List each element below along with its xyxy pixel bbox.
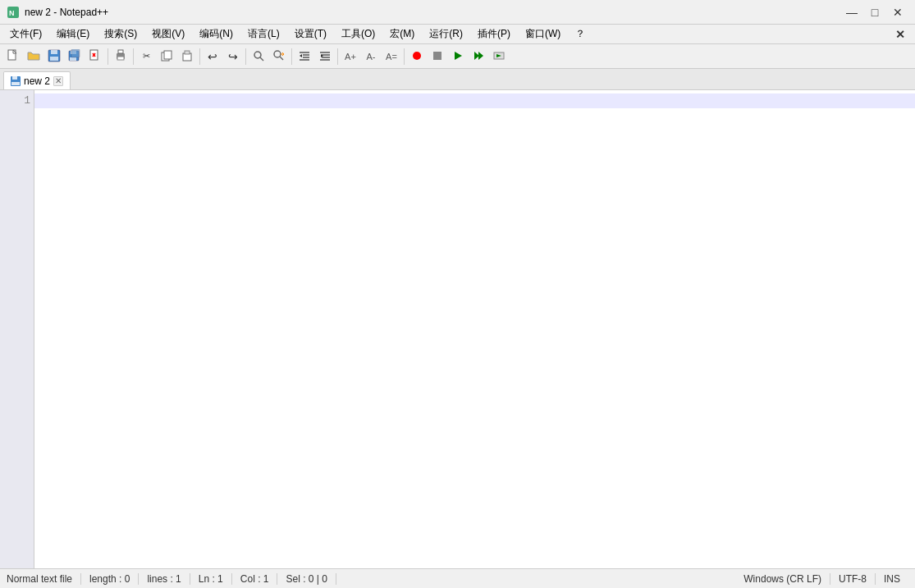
svg-rect-16 bbox=[117, 57, 124, 60]
toolbar-paste-button[interactable] bbox=[177, 47, 197, 66]
line-numbers: 1 bbox=[0, 90, 34, 568]
toolbar-cut-button[interactable]: ✂ bbox=[136, 47, 156, 66]
menu-plugins[interactable]: 插件(P) bbox=[471, 25, 517, 43]
menu-edit[interactable]: 编辑(E) bbox=[50, 25, 96, 43]
main-area: 1 bbox=[0, 90, 915, 568]
toolbar-macro-record-button[interactable] bbox=[407, 47, 427, 66]
toolbar-macro-playall-button[interactable] bbox=[469, 47, 488, 66]
status-mode: INS bbox=[876, 573, 908, 585]
svg-rect-20 bbox=[185, 51, 190, 54]
redo-icon: ↪ bbox=[228, 50, 238, 63]
toolbar-find-button[interactable] bbox=[249, 47, 268, 66]
title-bar: N new 2 - Notepad++ — □ ✕ bbox=[0, 0, 915, 25]
paste-icon bbox=[181, 50, 193, 63]
toolbar: ✂ ↩ ↪ bbox=[0, 44, 915, 69]
toolbar-zoom-reset-button[interactable]: A= bbox=[382, 47, 401, 66]
svg-line-24 bbox=[280, 57, 283, 60]
print-icon bbox=[114, 49, 127, 64]
menu-encoding[interactable]: 编码(N) bbox=[193, 25, 240, 43]
toolbar-new-button[interactable] bbox=[3, 47, 23, 66]
status-filetype: Normal text file bbox=[7, 573, 81, 585]
toolbar-separator-7 bbox=[404, 48, 405, 65]
status-lines: lines : 1 bbox=[139, 573, 190, 585]
toolbar-zoom-in-button[interactable]: A+ bbox=[341, 47, 360, 66]
menu-settings[interactable]: 设置(T) bbox=[288, 25, 333, 43]
indent-left-icon bbox=[299, 51, 310, 62]
status-length: length : 0 bbox=[81, 573, 139, 585]
toolbar-separator-3 bbox=[199, 48, 200, 65]
menu-tools[interactable]: 工具(O) bbox=[335, 25, 382, 43]
findnext-icon bbox=[273, 50, 285, 63]
svg-rect-18 bbox=[164, 51, 172, 59]
toolbar-macro-play-button[interactable] bbox=[448, 47, 468, 66]
editor-textarea[interactable] bbox=[34, 90, 915, 568]
svg-marker-37 bbox=[478, 52, 483, 60]
svg-rect-34 bbox=[433, 52, 441, 60]
toolbar-zoom-out-button[interactable]: A- bbox=[361, 47, 381, 66]
menu-language[interactable]: 语言(L) bbox=[241, 25, 286, 43]
toolbar-separator-4 bbox=[245, 48, 246, 65]
toolbar-findnext-button[interactable] bbox=[269, 47, 289, 66]
toolbar-separator-1 bbox=[108, 48, 108, 65]
tab-label: new 2 bbox=[24, 75, 50, 87]
undo-icon: ↩ bbox=[208, 50, 217, 63]
status-ln: Ln : 1 bbox=[190, 573, 232, 585]
toolbar-open-button[interactable] bbox=[24, 47, 43, 66]
indent-right-icon bbox=[319, 51, 331, 62]
toolbar-close-button[interactable] bbox=[85, 47, 105, 66]
new-document-icon bbox=[7, 49, 20, 64]
toolbar-indentright-button[interactable] bbox=[315, 47, 335, 66]
tab-close-button[interactable]: ✕ bbox=[53, 76, 63, 86]
menu-file[interactable]: 文件(F) bbox=[3, 25, 48, 43]
play-all-icon bbox=[474, 51, 483, 62]
zoom-reset-icon: A= bbox=[386, 52, 397, 62]
window-title: new 2 - Notepad++ bbox=[25, 7, 108, 18]
menu-help[interactable]: ？ bbox=[569, 25, 592, 43]
status-col: Col : 1 bbox=[232, 573, 278, 585]
toolbar-indentleft-button[interactable] bbox=[295, 47, 314, 66]
close-document-icon bbox=[89, 49, 102, 64]
toolbar-separator-2 bbox=[133, 48, 134, 65]
svg-rect-41 bbox=[12, 76, 17, 80]
status-charset: UTF-8 bbox=[830, 573, 876, 585]
toolbar-macro-stop-button[interactable] bbox=[428, 47, 447, 66]
tab-save-icon bbox=[11, 76, 21, 86]
stop-icon bbox=[432, 51, 442, 62]
toolbar-separator-5 bbox=[291, 48, 292, 65]
svg-rect-6 bbox=[50, 57, 58, 61]
svg-point-23 bbox=[274, 51, 281, 57]
svg-point-21 bbox=[254, 52, 261, 58]
toolbar-save-button[interactable] bbox=[44, 47, 64, 66]
toolbar-saveall-button[interactable] bbox=[65, 47, 85, 66]
svg-rect-5 bbox=[51, 50, 57, 54]
menu-view[interactable]: 视图(V) bbox=[145, 25, 191, 43]
minimize-button[interactable]: — bbox=[841, 4, 862, 21]
save-all-icon bbox=[68, 49, 81, 64]
record-icon bbox=[412, 51, 422, 62]
menu-close-button[interactable]: ✕ bbox=[889, 28, 912, 41]
app-icon: N bbox=[7, 6, 20, 19]
toolbar-print-button[interactable] bbox=[111, 47, 130, 66]
title-controls: — □ ✕ bbox=[841, 4, 908, 21]
zoom-out-icon: A- bbox=[367, 52, 376, 62]
toolbar-undo-button[interactable]: ↩ bbox=[203, 47, 222, 66]
toolbar-redo-button[interactable]: ↪ bbox=[223, 47, 243, 66]
menu-window[interactable]: 窗口(W) bbox=[519, 25, 567, 43]
toolbar-macro-run-button[interactable] bbox=[489, 47, 509, 66]
svg-rect-15 bbox=[118, 50, 123, 53]
menu-search[interactable]: 搜索(S) bbox=[98, 25, 144, 43]
editor-area bbox=[34, 90, 915, 568]
play-icon bbox=[453, 51, 463, 62]
tab-new2[interactable]: new 2 ✕ bbox=[3, 71, 71, 89]
menu-run[interactable]: 运行(R) bbox=[423, 25, 469, 43]
status-bar: Normal text file length : 0 lines : 1 Ln… bbox=[0, 568, 915, 588]
menu-macro[interactable]: 宏(M) bbox=[383, 25, 421, 43]
svg-line-22 bbox=[260, 57, 263, 61]
toolbar-copy-button[interactable] bbox=[157, 47, 176, 66]
svg-rect-9 bbox=[70, 57, 76, 61]
maximize-button[interactable]: □ bbox=[864, 4, 885, 21]
copy-icon bbox=[161, 50, 172, 63]
run-macro-icon bbox=[493, 51, 505, 62]
close-window-button[interactable]: ✕ bbox=[887, 4, 908, 21]
find-icon bbox=[253, 50, 264, 63]
